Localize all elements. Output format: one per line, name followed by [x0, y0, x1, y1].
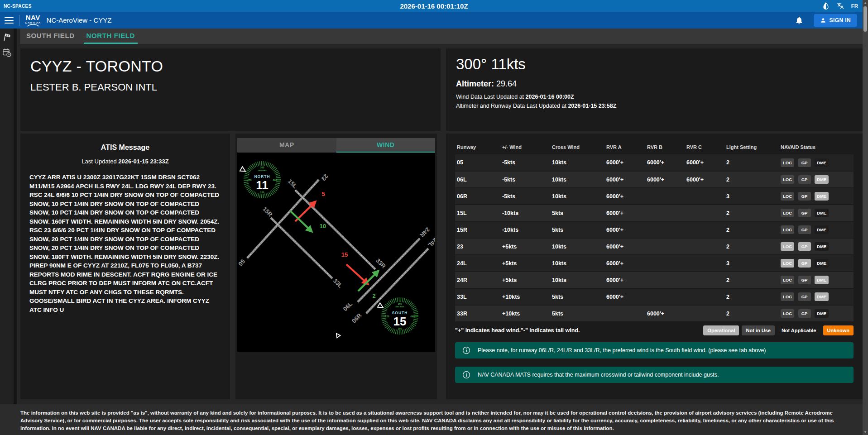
runway-updated-line: Altimeter and Runway Data Last Updated a…: [456, 103, 853, 109]
tab-south-field[interactable]: SOUTH FIELD: [24, 29, 77, 44]
scroll-up-icon[interactable]: ▲: [863, 0, 868, 6]
table-row: 24L +5kts 10kts 6000'+ 3 LOC GP DME: [455, 255, 854, 272]
atis-title: ATIS Message: [29, 143, 221, 152]
left-icon-rail: [0, 29, 17, 404]
dme-status-badge: DME: [815, 276, 829, 284]
runway-centerlines: [247, 180, 428, 313]
svg-text:5: 5: [321, 191, 325, 197]
tab-map[interactable]: MAP: [237, 138, 336, 153]
runway-marker-icon: [335, 332, 340, 338]
svg-text:05: 05: [237, 258, 246, 268]
dme-status-badge: DME: [815, 192, 829, 201]
atis-updated: Last Updated 2026-01-15 23:33Z: [29, 158, 221, 165]
gp-status-badge: GP: [798, 292, 811, 301]
table-row: 06L -5kts 10kts 6000'+ 6000'+ 6000'+ 2 L…: [455, 171, 854, 188]
legend-row: "+" indicates head wind."-" indicates ta…: [455, 325, 854, 335]
wind-updated-line: Wind Data Last Updated at 2026-01-16 00:…: [456, 94, 853, 100]
disclaimer-text: The information on this web site is prov…: [20, 409, 848, 432]
scrollbar-thumb[interactable]: [863, 6, 867, 32]
gp-status-badge: GP: [798, 175, 811, 184]
notices: Please note, for runway 06L/R, 24L/R and…: [446, 342, 863, 383]
map-tab-bar: MAP WIND: [237, 138, 435, 153]
svg-text:06L: 06L: [342, 301, 354, 312]
menu-icon[interactable]: [5, 15, 14, 25]
wind-diagram: 15L 33R 15R 33L 05 23 06L 24R 06R 24L 5 …: [237, 153, 435, 352]
logo-chevron-icon: [26, 24, 40, 27]
person-icon: [820, 17, 826, 24]
runway-cell: 24R: [455, 272, 500, 288]
svg-text:15: 15: [393, 315, 407, 328]
windsock-icon[interactable]: [2, 32, 12, 42]
atis-message: CYYZ ARR ATIS U 2300Z 32017G22KT 15SM DR…: [29, 173, 221, 314]
table-row: 15L -10kts 5kts 6000'+ 2 LOC GP DME: [455, 205, 854, 221]
svg-text:360: 360: [260, 166, 264, 169]
svg-text:24R: 24R: [418, 226, 431, 239]
runway-table: Runway +/- Wind Cross Wind RVR A RVR B R…: [455, 141, 854, 322]
south-wind-pointer-icon: [378, 303, 384, 310]
dme-status-badge: DME: [815, 292, 829, 301]
svg-text:270: 270: [385, 315, 389, 318]
north-compass: 360 DEG MAG 090 180 270 NORTH 11: [246, 163, 278, 196]
runway-cell: 06L: [455, 171, 500, 188]
notifications-bell-icon[interactable]: [795, 16, 804, 25]
gp-status-badge: GP: [798, 225, 811, 234]
table-row: 06R -5kts 10kts 6000'+ 3 LOC GP DME: [455, 188, 854, 205]
vertical-scrollbar[interactable]: ▲ ▼: [863, 0, 868, 435]
svg-text:270: 270: [247, 179, 251, 182]
svg-text:15L: 15L: [287, 178, 298, 190]
language-toggle[interactable]: FR: [851, 3, 858, 9]
dme-status-badge: DME: [815, 225, 829, 234]
svg-text:15: 15: [341, 251, 348, 258]
tab-wind[interactable]: WIND: [336, 138, 436, 153]
loc-status-badge: LOC: [781, 225, 794, 234]
info-banner-text: Please note, for runway 06L/R, 24L/R and…: [478, 347, 766, 354]
gp-status-badge: GP: [798, 158, 811, 167]
dme-status-badge: DME: [815, 158, 829, 167]
svg-text:10: 10: [320, 223, 326, 229]
scroll-down-icon[interactable]: ▼: [863, 429, 868, 435]
loc-status-badge: LOC: [781, 209, 794, 217]
loc-status-badge: LOC: [781, 276, 794, 284]
runway-cell: 05: [455, 154, 500, 171]
table-row: 05 -5kts 10kts 6000'+ 6000'+ 6000'+ 2 LO…: [455, 154, 854, 171]
svg-text:090: 090: [273, 179, 277, 182]
svg-text:15R: 15R: [261, 206, 274, 218]
table-row: 33L +10kts 5kts 6000'+ 2 LOC GP DME: [455, 288, 854, 305]
legend-badge: Not in Use: [742, 325, 774, 335]
nav-canada-logo[interactable]: NAV CANADA: [25, 14, 41, 27]
sign-in-button[interactable]: SIGN IN: [814, 14, 857, 27]
disclaimer-footer: The information on this web site is prov…: [0, 404, 868, 435]
history-calendar-icon[interactable]: [2, 48, 12, 57]
svg-text:06R: 06R: [350, 312, 363, 325]
airport-header-card: CYYZ - TORONTO LESTER B. PEARSON INTL: [20, 48, 441, 131]
gp-status-badge: GP: [798, 192, 811, 201]
svg-text:33R: 33R: [374, 257, 387, 270]
runway-cell: 33L: [455, 288, 500, 305]
current-wind: 300° 11kts: [456, 56, 853, 73]
runway-cell: 15L: [455, 205, 500, 221]
contrast-icon[interactable]: [822, 2, 830, 10]
loc-status-badge: LOC: [781, 175, 794, 184]
info-banner: Please note, for runway 06L/R, 24L/R and…: [455, 342, 854, 359]
svg-text:2: 2: [372, 292, 375, 299]
translate-icon[interactable]: [837, 2, 844, 10]
page-title: NC-AeroView - CYYZ: [47, 16, 112, 24]
loc-status-badge: LOC: [781, 158, 794, 167]
app-root: NC-SPACES 2026-01-16 00:01:10Z FR: [0, 0, 868, 435]
svg-text:11: 11: [256, 178, 269, 192]
info-banner: NAV CANADA MATS requires that the maximu…: [455, 367, 854, 383]
svg-text:360: 360: [398, 302, 402, 305]
svg-text:23: 23: [320, 173, 330, 182]
dme-status-badge: DME: [815, 175, 829, 184]
altimeter-line: Altimeter: 29.64: [456, 79, 853, 89]
gp-status-badge: GP: [798, 276, 811, 284]
utility-bar: NC-SPACES 2026-01-16 00:01:10Z FR: [0, 0, 868, 12]
dme-status-badge: DME: [815, 309, 829, 318]
table-row: 15R -10kts 5kts 6000'+ 2 LOC GP DME: [455, 221, 854, 238]
svg-text:DEG MAG: DEG MAG: [395, 306, 404, 308]
loc-status-badge: LOC: [781, 192, 794, 201]
runway-cell: 33R: [455, 305, 500, 322]
divider: [19, 15, 19, 26]
tab-north-field[interactable]: NORTH FIELD: [84, 29, 138, 44]
wind-summary-card: 300° 11kts Altimeter: 29.64 Wind Data La…: [446, 48, 863, 131]
